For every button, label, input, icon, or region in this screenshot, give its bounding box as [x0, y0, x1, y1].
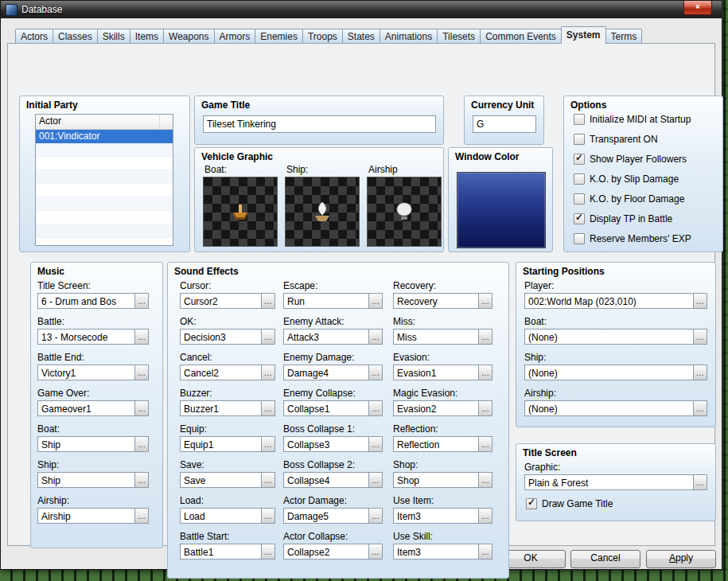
- tab-animations[interactable]: Animations: [380, 29, 438, 44]
- ellipsis-button[interactable]: …: [478, 365, 492, 380]
- ellipsis-button[interactable]: …: [261, 401, 274, 415]
- se-use-skill-picker[interactable]: Item3…: [393, 544, 492, 560]
- list-item[interactable]: [36, 238, 173, 246]
- ellipsis-button[interactable]: …: [261, 473, 274, 487]
- close-button[interactable]: ×: [683, 1, 712, 15]
- ship-graphic-preview[interactable]: [285, 177, 360, 247]
- se-magic-evasion-picker[interactable]: Evasion2…: [393, 400, 492, 416]
- ellipsis-button[interactable]: …: [478, 329, 492, 344]
- ellipsis-button[interactable]: …: [134, 509, 148, 523]
- tab-terms[interactable]: Terms: [605, 29, 643, 44]
- checkbox-icon[interactable]: [526, 498, 537, 509]
- start-boat-picker[interactable]: (None)…: [524, 329, 707, 345]
- tab-states[interactable]: States: [342, 29, 380, 44]
- tab-armors[interactable]: Armors: [214, 29, 256, 44]
- tab-actors[interactable]: Actors: [15, 29, 53, 44]
- currency-unit-input[interactable]: G: [473, 115, 536, 133]
- checkbox-icon[interactable]: [574, 154, 585, 165]
- ellipsis-button[interactable]: …: [368, 294, 382, 308]
- ellipsis-button[interactable]: …: [134, 401, 148, 415]
- ellipsis-button[interactable]: …: [693, 294, 707, 308]
- tab-system[interactable]: System: [561, 26, 606, 44]
- airship-graphic-preview[interactable]: [367, 177, 442, 247]
- option-ko-floor[interactable]: K.O. by Floor Damage: [574, 193, 718, 205]
- se-ok-picker[interactable]: Decision3…: [180, 329, 275, 345]
- title-graphic-picker[interactable]: Plain & Forest…: [524, 474, 707, 490]
- se-load-picker[interactable]: Load…: [180, 508, 275, 524]
- se-cursor-picker[interactable]: Cursor2…: [180, 293, 275, 309]
- ellipsis-button[interactable]: …: [478, 544, 492, 559]
- se-boss-collapse-2-picker[interactable]: Collapse4…: [283, 472, 383, 488]
- ellipsis-button[interactable]: …: [368, 473, 382, 487]
- ellipsis-button[interactable]: …: [693, 365, 707, 380]
- checkbox-icon[interactable]: [574, 213, 585, 224]
- option-ko-slip[interactable]: K.O. by Slip Damage: [574, 174, 718, 185]
- se-cancel-picker[interactable]: Cancel2…: [180, 365, 275, 380]
- ellipsis-button[interactable]: …: [261, 544, 274, 559]
- se-actor-collapse-picker[interactable]: Collapse2…: [283, 544, 383, 560]
- ellipsis-button[interactable]: …: [134, 365, 148, 380]
- list-item[interactable]: [36, 170, 173, 184]
- tab-items[interactable]: Items: [130, 29, 164, 44]
- ellipsis-button[interactable]: …: [261, 294, 274, 308]
- se-evasion-picker[interactable]: Evasion1…: [393, 365, 492, 380]
- window-color-preview[interactable]: [457, 172, 546, 248]
- se-enemy-attack-picker[interactable]: Attack3…: [283, 329, 383, 345]
- ellipsis-button[interactable]: …: [693, 329, 707, 344]
- ellipsis-button[interactable]: …: [478, 294, 492, 308]
- list-header[interactable]: Actor: [36, 115, 173, 130]
- checkbox-icon[interactable]: [574, 174, 585, 185]
- option-reserve-exp[interactable]: Reserve Members' EXP: [574, 233, 718, 244]
- tab-common-events[interactable]: Common Events: [480, 29, 562, 44]
- tab-troops[interactable]: Troops: [302, 29, 343, 44]
- checkbox-icon[interactable]: [574, 193, 585, 205]
- tab-classes[interactable]: Classes: [53, 29, 98, 44]
- ellipsis-button[interactable]: …: [261, 329, 274, 344]
- ellipsis-button[interactable]: …: [134, 473, 148, 487]
- tab-tilesets[interactable]: Tilesets: [437, 29, 481, 44]
- se-miss-picker[interactable]: Miss…: [393, 329, 492, 345]
- game-title-input[interactable]: Tileset Tinkering: [203, 115, 436, 133]
- se-buzzer-picker[interactable]: Buzzer1…: [180, 400, 275, 416]
- tab-enemies[interactable]: Enemies: [255, 29, 303, 44]
- apply-button[interactable]: Apply: [646, 550, 716, 568]
- list-item[interactable]: [36, 211, 173, 224]
- music-boat-picker[interactable]: Ship…: [37, 436, 149, 452]
- tab-skills[interactable]: Skills: [97, 29, 130, 44]
- music-game-over-picker[interactable]: Gameover1…: [37, 400, 149, 416]
- se-battle-start-picker[interactable]: Battle1…: [180, 544, 275, 560]
- ellipsis-button[interactable]: …: [261, 365, 274, 380]
- ellipsis-button[interactable]: …: [693, 401, 707, 415]
- music-ship-picker[interactable]: Ship…: [37, 472, 149, 488]
- start-player-picker[interactable]: 002:World Map (023,010)…: [524, 293, 707, 309]
- se-boss-collapse-1-picker[interactable]: Collapse3…: [283, 436, 383, 452]
- music-title-screen-picker[interactable]: 6 - Drum and Bos…: [37, 293, 149, 309]
- list-item[interactable]: 001:Vindicator: [36, 130, 173, 143]
- list-item[interactable]: [36, 157, 173, 170]
- list-item[interactable]: [36, 197, 173, 211]
- ellipsis-button[interactable]: …: [134, 329, 148, 344]
- ellipsis-button[interactable]: …: [368, 437, 382, 451]
- se-escape-picker[interactable]: Run…: [283, 293, 383, 309]
- ellipsis-button[interactable]: …: [368, 329, 382, 344]
- option-draw-game-title[interactable]: Draw Game Title: [526, 498, 613, 509]
- se-save-picker[interactable]: Save…: [180, 472, 275, 488]
- se-shop-picker[interactable]: Shop…: [393, 472, 492, 488]
- ellipsis-button[interactable]: …: [261, 437, 274, 451]
- ellipsis-button[interactable]: …: [368, 365, 382, 380]
- music-airship-picker[interactable]: Airship…: [37, 508, 149, 524]
- ellipsis-button[interactable]: …: [368, 544, 382, 559]
- option-show-followers[interactable]: Show Player Followers: [574, 154, 718, 165]
- title-bar[interactable]: Database ×: [1, 1, 722, 18]
- list-item[interactable]: [36, 143, 173, 157]
- ellipsis-button[interactable]: …: [368, 509, 382, 523]
- ellipsis-button[interactable]: …: [134, 294, 148, 308]
- music-battle-picker[interactable]: 13 - Morsecode…: [37, 329, 149, 345]
- ellipsis-button[interactable]: …: [478, 437, 492, 451]
- ellipsis-button[interactable]: …: [261, 509, 274, 523]
- ellipsis-button[interactable]: …: [478, 473, 492, 487]
- checkbox-icon[interactable]: [574, 233, 585, 244]
- ellipsis-button[interactable]: …: [134, 437, 148, 451]
- tab-weapons[interactable]: Weapons: [163, 29, 214, 44]
- se-actor-damage-picker[interactable]: Damage5…: [283, 508, 383, 524]
